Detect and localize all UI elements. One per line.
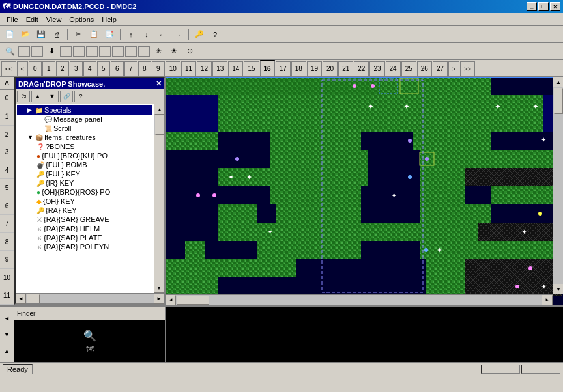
tree-item-ful-bomb[interactable]: 💣 {FUL} BOMB [17,160,152,169]
scroll-down-btn[interactable]: ▼ [154,283,164,293]
tab-nav-right-right[interactable]: >> [460,61,475,76]
maximize-button[interactable]: □ [538,2,549,11]
tree-scrollbar[interactable]: ▲ ▼ [154,104,164,293]
tree-item-specials[interactable]: ▶ 📁 Specials [17,105,152,115]
tree-btn-link[interactable]: 🔗 [60,91,73,102]
finder-search-icon[interactable]: 🔍 [83,329,96,342]
tab-27[interactable]: 27 [433,61,448,76]
menu-file[interactable]: File [3,14,22,25]
tab-25[interactable]: 25 [401,61,416,76]
tab-23[interactable]: 23 [369,61,384,76]
arrow-right-button[interactable]: → [171,28,185,41]
new-button[interactable]: 📄 [3,28,17,41]
tab-nav-left[interactable]: < [17,61,28,76]
sun-button[interactable]: ☀ [167,45,181,58]
tab-2[interactable]: 2 [56,61,69,76]
tree-item-ra-sar-helm[interactable]: ⚔ {RA}{SAR} HELM [17,224,152,233]
tree-h-scrollbar[interactable]: ◄ ► [16,293,164,303]
menu-view[interactable]: View [42,14,66,25]
tree-item-ful-bro-ku[interactable]: ● {FUL}{BRO}{KU} PO [17,151,152,160]
menu-options[interactable]: Options [65,14,98,25]
cross-button[interactable]: ⊕ [182,45,197,58]
tab-nav-right[interactable]: > [448,61,459,76]
arrow-up-button[interactable]: ↑ [124,28,138,41]
tree-item-ra-sar-plate[interactable]: ⚔ {RA}{SAR} PLATE [17,233,152,242]
map-scroll-up[interactable]: ▲ [553,77,563,87]
tree-item-bones[interactable]: ❓ ?BONES [17,142,152,151]
tab-26[interactable]: 26 [417,61,432,76]
tree-btn-help[interactable]: ? [74,91,87,102]
shape-button[interactable] [99,46,111,57]
zoom-button[interactable]: 🔍 [3,45,17,58]
tree-item-ra-key[interactable]: 🔑 {RA} KEY [17,206,152,215]
scroll-right-btn[interactable]: ► [154,294,164,304]
select-button[interactable] [31,46,43,57]
tree-item-oh-key[interactable]: ◆ {OH} KEY [17,197,152,206]
map-v-thumb[interactable] [554,88,563,114]
minimize-button[interactable]: _ [527,2,537,11]
tab-1[interactable]: 1 [42,61,55,76]
map-area[interactable]: ✦ ✦ ✦ ✦ ✦ [166,77,563,305]
tab-0[interactable]: 0 [29,61,42,76]
finder-map-icon[interactable]: 🗺 [86,344,94,354]
paste-button[interactable]: 📑 [102,28,117,41]
tab-19[interactable]: 19 [307,61,322,76]
map-scroll-right[interactable]: ► [542,295,553,305]
tab-15[interactable]: 15 [244,61,259,76]
tree-item-ra-sar-poleyn[interactable]: ⚔ {RA}{SAR} POLEYN [17,242,152,251]
move-down-button[interactable]: ⬇ [44,45,59,58]
finder-tab-label[interactable]: Finder [17,310,35,317]
print-button[interactable]: 🖨 [50,28,64,41]
tab-21[interactable]: 21 [338,61,353,76]
tree-item-items-creatures[interactable]: ▼ 📦 Items, creatures [17,133,152,142]
toggle-left[interactable]: ◄ [4,315,10,322]
shape4-button[interactable] [138,46,150,57]
tab-22[interactable]: 22 [354,61,369,76]
menu-edit[interactable]: Edit [22,14,42,25]
tab-7[interactable]: 7 [124,61,137,76]
map-scroll-down[interactable]: ▼ [553,284,563,294]
tab-3[interactable]: 3 [70,61,83,76]
tree-btn-folder[interactable]: 🗂 [17,91,30,102]
select-rect-button[interactable] [18,46,30,57]
map-h-thumb[interactable] [177,296,209,305]
shape2-button[interactable] [112,46,124,57]
tab-17[interactable]: 17 [276,61,291,76]
tree-close-button[interactable]: ✕ [156,79,162,88]
tab-nav-left-left[interactable]: << [1,61,16,76]
tab-14[interactable]: 14 [228,61,243,76]
scroll-thumb[interactable] [155,115,164,135]
tab-5[interactable]: 5 [97,61,110,76]
shape3-button[interactable] [125,46,137,57]
tab-4[interactable]: 4 [83,61,96,76]
tab-12[interactable]: 12 [197,61,212,76]
fill-button[interactable] [73,46,85,57]
tree-item-oh-bro-ros[interactable]: ● {OH}{BRO}{ROS} PO [17,188,152,197]
arrow-left-button[interactable]: ← [155,28,169,41]
tree-btn-up[interactable]: ▲ [31,91,44,102]
zoom-out-icon[interactable]: ▲ [4,348,10,354]
tab-8[interactable]: 8 [138,61,151,76]
star-button[interactable]: ✳ [151,45,166,58]
copy-button[interactable]: 📋 [87,28,101,41]
h-scroll-thumb[interactable] [27,294,40,303]
tab-10[interactable]: 10 [166,61,180,76]
tab-13[interactable]: 13 [212,61,227,76]
tab-24[interactable]: 24 [386,61,401,76]
tree-item-message-panel[interactable]: 💬 Message panel [17,115,152,124]
tree-btn-down[interactable]: ▼ [46,91,59,102]
tree-item-ful-key[interactable]: 🔑 {FUL} KEY [17,169,152,178]
tab-9[interactable]: 9 [152,61,165,76]
tab-11[interactable]: 11 [181,61,196,76]
arrow-down-button[interactable]: ↓ [139,28,154,41]
tab-6[interactable]: 6 [111,61,124,76]
save-button[interactable]: 💾 [34,28,48,41]
zoom-in-icon[interactable]: ▼ [4,331,10,338]
tree-item-scroll[interactable]: 📜 Scroll [17,124,152,133]
rect2-button[interactable] [86,46,98,57]
menu-help[interactable]: Help [98,14,121,25]
tree-item-ra-sar-greave[interactable]: ⚔ {RA}{SAR} GREAVE [17,215,152,224]
close-button[interactable]: ✕ [550,2,560,11]
map-v-scrollbar[interactable]: ▲ ▼ [553,77,563,294]
scroll-left-btn[interactable]: ◄ [16,294,26,304]
